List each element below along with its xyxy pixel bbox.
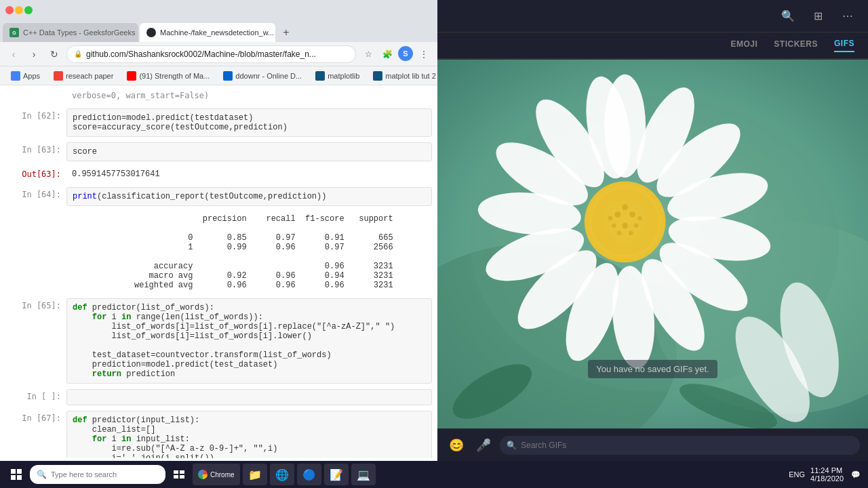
cell-body-64: print(classification_report(testOutcome,… <box>66 187 432 206</box>
bookmark-matplotlib-icon <box>315 71 325 81</box>
cell-67: In [67]: def predictor(input_list): clea… <box>0 408 437 458</box>
taskbar-search-input[interactable] <box>51 470 159 479</box>
no-gifs-message-container: You have no saved GIFs yet. <box>437 364 868 374</box>
cell67-in-kw: in <box>121 434 131 444</box>
taskbar-app-vscode[interactable]: 💻 <box>351 464 376 485</box>
tab-label-gfg: C++ Data Types - GeeksforGeeks <box>23 28 135 37</box>
tab-stickers[interactable]: STICKERS <box>774 39 818 52</box>
maximize-window-button[interactable] <box>24 6 33 14</box>
tab-github[interactable]: Machine-/fake_newsdetection_w... × <box>140 23 275 42</box>
cell-input-empty[interactable] <box>66 389 432 405</box>
notebook-area[interactable]: verbose=0, warm_start=False) In [62]: pr… <box>0 85 437 458</box>
cell-prompt-62: In [62]: <box>5 108 66 137</box>
cell-body-report: precision recall f1-score support 0 0.85… <box>66 211 432 293</box>
minimize-window-button[interactable] <box>15 6 23 14</box>
system-tray: ENG 11:24 PM 4/18/2020 💬 <box>789 466 863 483</box>
taskbar-app-chrome[interactable]: Chrome <box>193 464 240 485</box>
tab-gifs[interactable]: GIFS <box>834 39 854 52</box>
cell63-content: score <box>73 147 97 157</box>
rp-more-button[interactable]: ⋯ <box>835 4 860 28</box>
cell-input-63[interactable]: score <box>66 142 432 161</box>
cell-input-65[interactable]: def predictor(list_of_words): for i in r… <box>66 298 432 384</box>
cell-body-67: def predictor(input_list): clean_list=[]… <box>66 411 432 458</box>
svg-point-29 <box>608 216 613 221</box>
tab-geeksforgeeks[interactable]: G C++ Data Types - GeeksforGeeks × <box>3 23 138 42</box>
svg-point-25 <box>634 224 639 228</box>
tab-bar: G C++ Data Types - GeeksforGeeks × Machi… <box>0 20 437 42</box>
gif-search-input[interactable] <box>521 441 853 450</box>
rp-emoji-picker-icon[interactable]: 😊 <box>446 434 467 456</box>
new-tab-button[interactable]: + <box>277 23 296 42</box>
cell62-line1: prediction=model.predict(testdataset) sc… <box>73 113 288 132</box>
reload-button[interactable]: ↻ <box>46 46 62 62</box>
bookmark-matplotlib-label: matplotlib <box>328 72 359 80</box>
out-prompt-63: Out[63]: <box>5 167 66 182</box>
svg-point-28 <box>622 204 628 210</box>
bookmark-matplotlib2[interactable]: matplot lib tut 2 <box>368 68 437 83</box>
extensions-button[interactable]: 🧩 <box>379 46 395 62</box>
gif-search-icon: 🔍 <box>507 441 517 450</box>
address-box[interactable]: 🔒 github.com/Shashanksrock0002/Machine-/… <box>66 45 356 63</box>
taskbar-app-ie[interactable]: 🔵 <box>297 464 321 485</box>
ssl-lock-icon: 🔒 <box>74 50 82 58</box>
rp-search-button[interactable]: 🔍 <box>776 4 800 28</box>
bookmark-apps[interactable]: Apps <box>5 68 45 83</box>
cell-report: precision recall f1-score support 0 0.85… <box>0 209 437 296</box>
svg-rect-41 <box>180 470 184 474</box>
bookmark-matplotlib[interactable]: matplotlib <box>310 68 365 83</box>
rp-mic-icon[interactable]: 🎤 <box>473 434 494 456</box>
svg-rect-38 <box>11 475 16 480</box>
cell-input-62[interactable]: prediction=model.predict(testdataset) sc… <box>66 108 432 137</box>
tab-emoji[interactable]: EMOJI <box>730 39 757 52</box>
bookmark-strength-label: (91) Strength of Ma... <box>139 72 210 80</box>
right-panel-tabs: EMOJI STICKERS GIFS <box>437 33 868 60</box>
cell-empty: In [ ]: <box>0 386 437 408</box>
browser-menu-button[interactable]: ⋮ <box>416 46 432 62</box>
notification-button[interactable]: 💬 <box>849 468 863 481</box>
bookmark-research[interactable]: reseach paper <box>48 68 119 83</box>
close-window-button[interactable] <box>5 6 14 14</box>
lang-indicator[interactable]: ENG <box>789 470 805 479</box>
cell65-return-val: prediction <box>121 369 175 379</box>
bookmark-ddownr[interactable]: ddownr - Online D... <box>218 68 307 83</box>
cell-input-67[interactable]: def predictor(input_list): clean_list=[]… <box>66 411 432 458</box>
right-panel-header: 🔍 ⊞ ⋯ <box>437 0 868 33</box>
taskbar-chrome-label: Chrome <box>210 471 235 479</box>
bookmark-matplotlib2-label: matplot lib tut 2 <box>385 72 436 80</box>
clock-date-value: 4/18/2020 <box>810 474 844 483</box>
svg-point-26 <box>617 230 622 235</box>
bookmark-strength[interactable]: (91) Strength of Ma... <box>121 68 215 83</box>
cell-continuation-text: verbose=0, warm_start=False) <box>66 88 432 103</box>
gif-search-box[interactable]: 🔍 <box>500 436 860 455</box>
cell-prompt-empty <box>5 88 66 103</box>
forward-button[interactable]: › <box>26 46 42 62</box>
task-view-button[interactable] <box>168 464 190 485</box>
cell-body-62: prediction=model.predict(testdataset) sc… <box>66 108 432 137</box>
cell-prompt-report <box>5 211 66 293</box>
browser-titlebar <box>0 0 437 20</box>
cell-prompt-empty2: In [ ]: <box>5 389 66 405</box>
taskbar-app-notepad[interactable]: 📝 <box>324 464 349 485</box>
cell-body-empty <box>66 389 432 405</box>
cell65-for-kw: for <box>92 312 107 322</box>
cell-input-64[interactable]: print(classification_report(testOutcome,… <box>66 187 432 206</box>
profile-button[interactable]: S <box>398 46 413 61</box>
svg-point-27 <box>629 230 633 235</box>
back-button[interactable]: ‹ <box>5 46 22 62</box>
taskbar-app-explorer[interactable]: 📁 <box>243 464 267 485</box>
browser-window: G C++ Data Types - GeeksforGeeks × Machi… <box>0 0 437 461</box>
start-button[interactable] <box>5 464 27 485</box>
bookmark-apps-icon <box>11 71 20 81</box>
cell65-in-kw: in <box>121 312 131 322</box>
cell-64: In [64]: print(classification_report(tes… <box>0 184 437 209</box>
cell-continuation: verbose=0, warm_start=False) <box>0 85 437 106</box>
taskbar-right: ENG 11:24 PM 4/18/2020 💬 <box>789 466 863 483</box>
taskbar-app-edge[interactable]: 🌐 <box>270 464 294 485</box>
bookmark-star-button[interactable]: ☆ <box>360 46 376 62</box>
taskbar-search[interactable]: 🔍 <box>30 465 165 484</box>
cell-body-65: def predictor(list_of_words): for i in r… <box>66 298 432 384</box>
right-panel-bottom: 😊 🎤 🔍 <box>437 428 868 461</box>
rp-layout-button[interactable]: ⊞ <box>806 4 830 28</box>
cell-prompt-67: In [67]: <box>5 411 66 458</box>
svg-point-30 <box>637 216 642 221</box>
